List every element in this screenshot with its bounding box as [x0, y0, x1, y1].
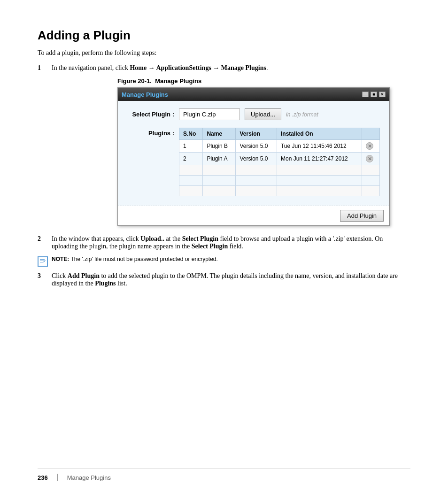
figure-title: Manage Plugins — [155, 77, 201, 85]
plugins-table: S.No Name Version Installed On 1 Plugin … — [179, 128, 380, 196]
dialog-title: Manage Plugins — [122, 91, 168, 98]
empty-cell — [203, 165, 236, 176]
col-version: Version — [236, 128, 277, 140]
empty-cell — [179, 186, 203, 196]
dialog-footer: Add Plugin — [118, 206, 389, 225]
step-3: 3 Click Add Plugin to add the selected p… — [38, 272, 410, 287]
col-installed-on: Installed On — [277, 128, 362, 140]
page-title: Adding a Plugin — [38, 28, 410, 43]
empty-cell — [362, 186, 380, 196]
step-2-field-bold2: Select Plugin — [192, 243, 228, 250]
step-3-btn-bold: Add Plugin — [68, 272, 100, 279]
add-plugin-button[interactable]: Add Plugin — [340, 210, 384, 222]
empty-cell — [277, 176, 362, 186]
cell-remove: ✕ — [362, 153, 380, 165]
empty-cell — [236, 186, 277, 196]
step-3-text3: list. — [116, 280, 127, 287]
plugins-label: Plugins : — [127, 128, 174, 196]
close-button[interactable]: ✕ — [379, 92, 386, 97]
svg-rect-2 — [40, 262, 43, 262]
step-1-text-before: In the navigation panel, click — [52, 64, 130, 71]
cell-name: Plugin A — [203, 153, 236, 165]
step-2-text: In the window that appears, click — [52, 235, 140, 242]
step-3-content: Click Add Plugin to add the selected plu… — [52, 272, 410, 287]
empty-cell — [203, 176, 236, 186]
upload-button[interactable]: Upload... — [245, 108, 281, 120]
plugins-table-wrapper: S.No Name Version Installed On 1 Plugin … — [179, 128, 380, 196]
maximize-button[interactable]: ■ — [371, 92, 377, 97]
pencil-icon — [39, 258, 46, 265]
empty-cell — [203, 186, 236, 196]
table-row: 1 Plugin B Version 5.0 Tue Jun 12 11:45:… — [179, 140, 380, 153]
step-1-text-after: . — [266, 64, 268, 71]
table-row: 2 Plugin A Version 5.0 Mon Jun 11 21:27:… — [179, 153, 380, 165]
empty-cell — [362, 176, 380, 186]
cell-version: Version 5.0 — [236, 153, 277, 165]
empty-cell — [277, 186, 362, 196]
empty-cell — [236, 165, 277, 176]
step-2-number: 2 — [38, 235, 47, 250]
cell-version: Version 5.0 — [236, 140, 277, 153]
dialog-body: Select Plugin : Upload... in .zip format… — [118, 101, 389, 206]
step-2: 2 In the window that appears, click Uplo… — [38, 235, 410, 250]
cell-sno: 1 — [179, 140, 203, 153]
select-plugin-input[interactable] — [179, 108, 240, 120]
step-3-list-bold: Plugins — [95, 280, 116, 287]
select-plugin-label: Select Plugin : — [127, 111, 174, 118]
cell-name: Plugin B — [203, 140, 236, 153]
figure-label: Figure 20-1. Manage Plugins — [117, 77, 410, 85]
step-1-number: 1 — [38, 64, 47, 72]
cell-remove: ✕ — [362, 140, 380, 153]
step-2-field-bold: Select Plugin — [182, 235, 218, 242]
step-2-text4: field. — [228, 243, 243, 250]
step-1-content: In the navigation panel, click Home → Ap… — [52, 64, 410, 72]
page-footer: 236 Manage Plugins — [38, 469, 410, 481]
figure-number: Figure 20-1. — [117, 77, 152, 85]
manage-plugins-dialog: Manage Plugins — ■ ✕ Select Plugin : Upl… — [117, 87, 390, 226]
empty-cell — [179, 176, 203, 186]
remove-plugin-button[interactable]: ✕ — [366, 155, 373, 162]
step-2-content: In the window that appears, click Upload… — [52, 235, 410, 250]
step-2-upload-bold: Upload.. — [140, 235, 164, 242]
col-name: Name — [203, 128, 236, 140]
empty-cell — [277, 165, 362, 176]
dialog-titlebar: Manage Plugins — ■ ✕ — [118, 88, 389, 101]
step-3-number: 3 — [38, 272, 47, 287]
select-plugin-row: Select Plugin : Upload... in .zip format — [127, 108, 380, 120]
footer-section-name: Manage Plugins — [67, 474, 111, 481]
note-label: NOTE: — [52, 256, 69, 262]
step-1-nav-path: Home → ApplicationSettings → Manage Plug… — [130, 64, 266, 71]
empty-cell — [362, 165, 380, 176]
intro-text: To add a plugin, perform the following s… — [38, 49, 410, 57]
empty-cell — [236, 176, 277, 186]
empty-cell — [179, 165, 203, 176]
step-1: 1 In the navigation panel, click Home → … — [38, 64, 410, 72]
footer-page-number: 236 — [38, 474, 48, 481]
table-row-empty — [179, 176, 380, 186]
footer-separator — [57, 474, 58, 481]
cell-installed-on: Mon Jun 11 21:27:47 2012 — [277, 153, 362, 165]
col-sno: S.No — [179, 128, 203, 140]
svg-rect-0 — [40, 259, 45, 260]
note-icon — [38, 256, 48, 267]
minimize-button[interactable]: — — [362, 92, 369, 97]
table-row-empty — [179, 186, 380, 196]
svg-marker-3 — [43, 260, 46, 262]
zip-format-hint: in .zip format — [286, 111, 318, 118]
note-box: NOTE: The '.zip' file must not be passwo… — [38, 256, 410, 267]
remove-plugin-button[interactable]: ✕ — [366, 142, 373, 150]
note-body: The '.zip' file must not be password pro… — [70, 256, 217, 262]
step-3-text: Click — [52, 272, 68, 279]
cell-installed-on: Tue Jun 12 11:45:46 2012 — [277, 140, 362, 153]
dialog-wrapper: Manage Plugins — ■ ✕ Select Plugin : Upl… — [117, 87, 410, 226]
dialog-controls: — ■ ✕ — [362, 92, 386, 97]
step-2-text2: at the — [164, 235, 182, 242]
cell-sno: 2 — [179, 153, 203, 165]
plugins-section: Plugins : S.No Name Version Installed On — [127, 128, 380, 196]
note-text: NOTE: The '.zip' file must not be passwo… — [52, 256, 218, 262]
table-header-row: S.No Name Version Installed On — [179, 128, 380, 140]
svg-rect-1 — [40, 261, 45, 261]
col-actions — [362, 128, 380, 140]
table-row-empty — [179, 165, 380, 176]
